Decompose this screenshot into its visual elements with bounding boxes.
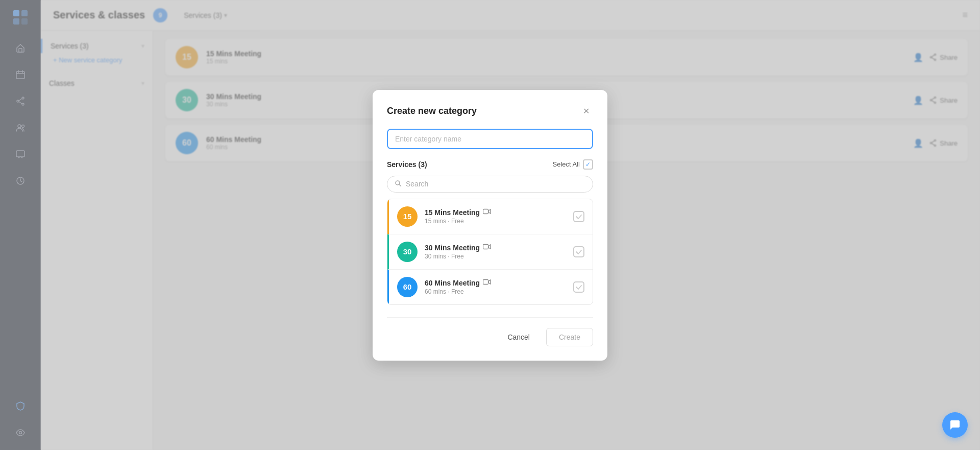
search-input[interactable] — [406, 180, 585, 188]
create-category-modal: Create new category ✕ Services (3) Selec… — [373, 90, 607, 361]
close-button[interactable]: ✕ — [579, 104, 593, 119]
svc-name-60: 60 Mins Meeting — [425, 279, 480, 287]
svc-badge-30: 30 — [397, 242, 418, 262]
modal-header: Create new category ✕ — [387, 104, 593, 119]
svc-info-15: 15 Mins Meeting 15 mins · Free — [425, 208, 566, 225]
modal-footer: Cancel Create — [387, 317, 593, 346]
modal-services-header: Services (3) Select All ✓ — [387, 159, 593, 170]
svg-rect-25 — [483, 245, 488, 249]
svc-badge-15: 15 — [397, 206, 418, 227]
category-name-input[interactable] — [387, 129, 593, 149]
modal-overlay[interactable]: Create new category ✕ Services (3) Selec… — [0, 0, 980, 450]
video-icon-60 — [483, 279, 491, 287]
video-icon-15 — [483, 208, 491, 216]
modal-title: Create new category — [387, 106, 477, 116]
video-icon-30 — [483, 244, 491, 251]
svc-meta-15: 15 mins · Free — [425, 218, 566, 225]
svc-checkbox-15[interactable] — [573, 211, 584, 222]
svc-name-30: 30 Mins Meeting — [425, 244, 480, 252]
search-box[interactable] — [387, 176, 593, 193]
svc-checkbox-60[interactable] — [573, 281, 584, 293]
svc-checkbox-30[interactable] — [573, 246, 584, 257]
svc-info-60: 60 Mins Meeting 60 mins · Free — [425, 279, 566, 295]
select-all-label: Select All — [553, 160, 580, 168]
svg-rect-24 — [483, 209, 488, 214]
chat-bubble[interactable] — [942, 412, 968, 438]
modal-service-item-60[interactable]: 60 60 Mins Meeting 60 mins · Free — [387, 270, 593, 304]
modal-service-list: 15 15 Mins Meeting 15 mins · Free 30 — [387, 199, 593, 305]
cancel-button[interactable]: Cancel — [497, 328, 540, 346]
modal-service-item-15[interactable]: 15 15 Mins Meeting 15 mins · Free — [387, 199, 593, 234]
svc-meta-30: 30 mins · Free — [425, 253, 566, 260]
svc-info-30: 30 Mins Meeting 30 mins · Free — [425, 244, 566, 260]
svg-point-23 — [396, 181, 400, 185]
select-all-checkbox[interactable]: ✓ — [583, 159, 593, 170]
modal-service-item-30[interactable]: 30 30 Mins Meeting 30 mins · Free — [387, 234, 593, 270]
modal-services-label: Services (3) — [387, 160, 427, 169]
svc-badge-60: 60 — [397, 277, 418, 297]
svc-meta-60: 60 mins · Free — [425, 288, 566, 295]
svc-name-15: 15 Mins Meeting — [425, 208, 480, 217]
svg-rect-26 — [483, 280, 488, 285]
search-icon — [395, 180, 402, 188]
create-button[interactable]: Create — [546, 328, 593, 346]
select-all-button[interactable]: Select All ✓ — [553, 159, 593, 170]
